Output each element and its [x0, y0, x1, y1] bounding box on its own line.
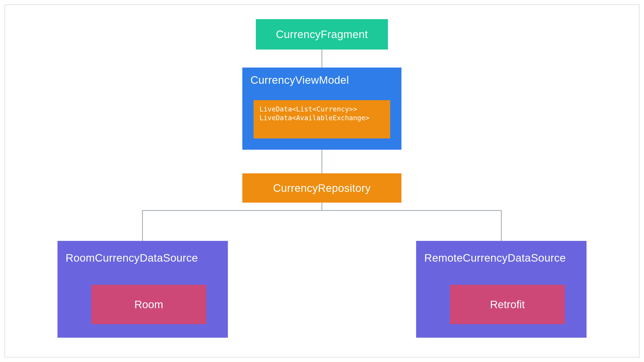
node-currency-repository: CurrencyRepository — [242, 173, 402, 203]
node-label-area: RemoteCurrencyDataSource — [416, 241, 586, 270]
node-label: CurrencyFragment — [276, 28, 368, 40]
diagram-frame: CurrencyFragment CurrencyViewModel LiveD… — [0, 0, 644, 362]
node-label-area: CurrencyViewModel — [242, 68, 402, 93]
node-remote-currency-datasource: RemoteCurrencyDataSource Retrofit — [416, 241, 586, 338]
node-label: RoomCurrencyDataSource — [66, 252, 198, 264]
inner-node-retrofit: Retrofit — [450, 285, 565, 324]
node-label: RemoteCurrencyDataSource — [424, 252, 566, 264]
node-label: CurrencyRepository — [273, 182, 370, 194]
node-label: CurrencyViewModel — [250, 74, 349, 86]
inner-node-label: Retrofit — [490, 298, 525, 311]
node-room-currency-datasource: RoomCurrencyDataSource Room — [58, 241, 228, 338]
node-currency-fragment: CurrencyFragment — [256, 19, 388, 49]
inner-node-label: Room — [134, 298, 163, 311]
livedata-code-block: LiveData<List<Currency>> LiveData<Availa… — [254, 100, 390, 139]
node-currency-viewmodel: CurrencyViewModel LiveData<List<Currency… — [242, 68, 402, 150]
node-label-area: RoomCurrencyDataSource — [58, 241, 228, 270]
inner-node-room: Room — [91, 285, 206, 324]
